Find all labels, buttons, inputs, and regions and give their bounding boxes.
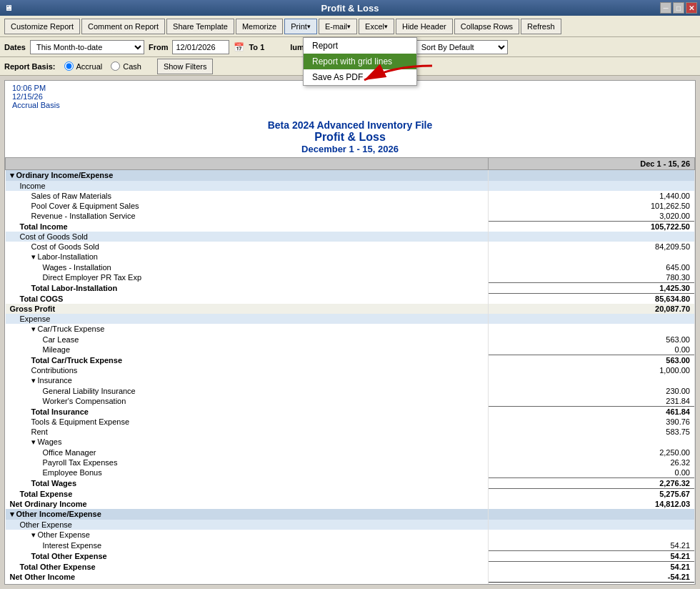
table-row: Employee Bonus0.00 [6, 467, 695, 478]
to-label: To 1 [249, 43, 264, 51]
table-row: Total Labor-Installation1,425.30 [6, 283, 695, 294]
table-row: General Liability Insurance230.00 [6, 386, 695, 396]
table-row: Interest Expense54.21 [6, 540, 695, 551]
table-row: Sales of Raw Materials1,440.00 [6, 191, 695, 201]
report-title: Profit & Loss [5, 131, 695, 144]
table-row: Tools & Equipment Expense390.76 [6, 417, 695, 427]
table-row: Payroll Tax Expenses26.32 [6, 457, 695, 467]
report-area: 10:06 PM 12/15/26 Accrual Basis Beta 202… [4, 80, 696, 585]
dates-select[interactable]: This Month-to-date [30, 40, 144, 54]
table-row: ▾ Labor-Installation [6, 252, 695, 262]
table-row: Total Car/Truck Expense563.00 [6, 355, 695, 366]
table-row: Direct Employer PR Tax Exp780.30 [6, 272, 695, 283]
table-row: Rent583.75 [6, 427, 695, 437]
table-row: Income [6, 181, 695, 191]
minimize-button[interactable]: ─ [660, 2, 671, 14]
from-date-input[interactable] [172, 40, 229, 54]
close-button[interactable]: ✕ [686, 2, 697, 14]
arrow-indicator [350, 59, 436, 96]
table-row: Total Other Expense54.21 [6, 562, 695, 573]
memorize-button[interactable]: Memorize [236, 19, 283, 34]
table-row: Net Ordinary Income14,812.03 [6, 499, 695, 509]
table-header-row: Dec 1 - 15, 26 [6, 158, 695, 170]
table-row: Total Income105,722.50 [6, 222, 695, 232]
table-row: ▾ Other Income/Expense [6, 509, 695, 520]
table-row: ▾ Ordinary Income/Expense [6, 170, 695, 182]
amount-column-header: Dec 1 - 15, 26 [488, 158, 695, 170]
sort-select[interactable]: Sort By Default [415, 40, 508, 54]
hide-header-button[interactable]: Hide Header [396, 19, 453, 34]
table-row: Expense [6, 314, 695, 324]
table-row: Office Manager2,250.00 [6, 447, 695, 457]
report-table: Dec 1 - 15, 26 ▾ Ordinary Income/Expense… [5, 157, 695, 585]
cash-radio-label[interactable]: Cash [111, 61, 141, 71]
report-basis-label: Report Basis: [4, 62, 56, 71]
report-header: Beta 2024 Advanced Inventory File Profit… [5, 112, 695, 157]
table-row: Revenue - Installation Service3,020.00 [6, 211, 695, 222]
table-row: Cost of Goods Sold [6, 232, 695, 242]
report-basis: Accrual Basis [12, 101, 688, 109]
print-button[interactable]: Print [284, 19, 317, 34]
table-row: Total Expense5,275.67 [6, 489, 695, 500]
table-row: Mileage0.00 [6, 345, 695, 355]
label-column-header [6, 158, 489, 170]
table-row: Total Insurance461.84 [6, 407, 695, 417]
print-report-item[interactable]: Report [304, 38, 416, 54]
table-row: Car Lease563.00 [6, 335, 695, 345]
collapse-rows-button[interactable]: Collapse Rows [454, 19, 519, 34]
comment-on-report-button[interactable]: Comment on Report [81, 19, 165, 34]
table-row: Total COGS85,634.80 [6, 294, 695, 305]
title-bar-icon: 🖥 [4, 4, 12, 12]
window-controls: ─ □ ✕ [660, 2, 697, 14]
show-filters-button[interactable]: Show Filters [157, 59, 214, 74]
customize-report-button[interactable]: Customize Report [4, 19, 80, 34]
main-toolbar: Customize Report Comment on Report Share… [0, 16, 700, 37]
table-row: ▾ Insurance [6, 375, 695, 386]
company-name: Beta 2024 Advanced Inventory File [5, 119, 695, 131]
arrow-svg [350, 59, 436, 94]
refresh-button[interactable]: Refresh [521, 19, 561, 34]
accrual-label: Accrual [76, 62, 103, 71]
report-date-range: December 1 - 15, 2026 [5, 144, 695, 154]
table-row: Gross Profit20,087.70 [6, 304, 695, 314]
table-row: Total Wages2,276.32 [6, 478, 695, 489]
table-row: Cost of Goods Sold84,209.50 [6, 242, 695, 252]
excel-button[interactable]: Excel [359, 19, 394, 34]
table-row: ▾ Wages [6, 437, 695, 447]
from-label: From [149, 43, 169, 51]
email-button[interactable]: E-mail [319, 19, 357, 34]
accrual-radio-label[interactable]: Accrual [64, 61, 103, 71]
table-row: Worker's Compensation231.84 [6, 396, 695, 407]
cash-label: Cash [123, 62, 141, 71]
table-row: Wages - Installation645.00 [6, 262, 695, 272]
table-row: ▾ Car/Truck Expense [6, 324, 695, 335]
cash-radio[interactable] [111, 61, 120, 71]
window-title: Profit & Loss [321, 3, 379, 14]
table-row: Net Other Income-54.21 [6, 572, 695, 583]
table-row: Net Income14,757.82 [6, 583, 695, 585]
maximize-button[interactable]: □ [673, 2, 684, 14]
table-row: Pool Cover & Equipment Sales101,262.50 [6, 201, 695, 211]
dates-label: Dates [4, 43, 26, 51]
share-template-button[interactable]: Share Template [166, 19, 234, 34]
table-row: ▾ Other Expense [6, 530, 695, 540]
accrual-radio[interactable] [64, 61, 74, 71]
table-row: Other Expense [6, 520, 695, 530]
table-row: Total Other Expense54.21 [6, 551, 695, 562]
title-bar: 🖥 Profit & Loss ─ □ ✕ [0, 0, 700, 16]
from-calendar-icon[interactable]: 📅 [234, 42, 244, 52]
table-row: Contributions1,000.00 [6, 365, 695, 375]
